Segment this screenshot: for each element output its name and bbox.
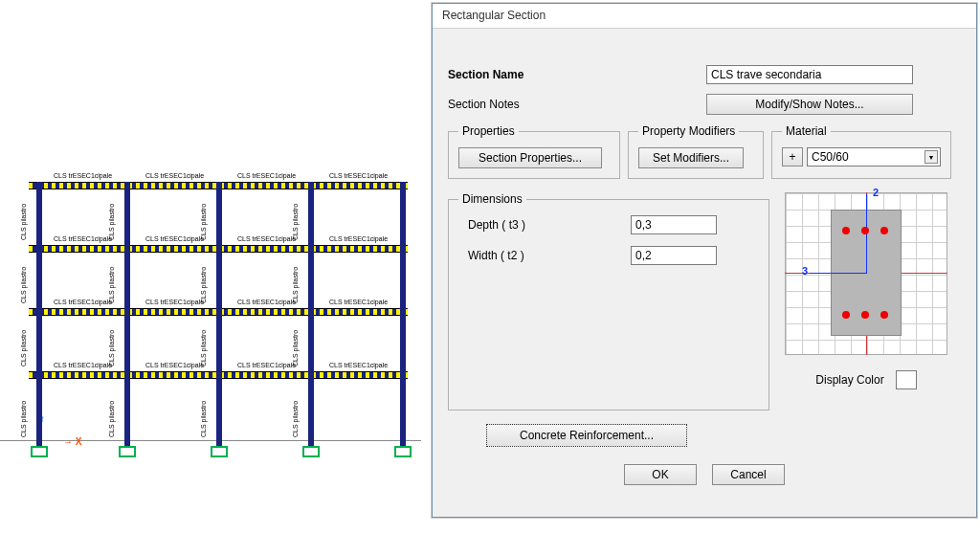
beam-label: CLS trESEC1cipale [329,172,388,179]
column-label: CLS pilastro [200,401,207,437]
rebar-icon [880,311,888,319]
column [308,182,314,446]
rebar-icon [861,311,869,319]
column-label: CLS pilastro [108,204,115,240]
column-label: CLS pilastro [292,204,299,240]
column-label: CLS pilastro [108,267,115,303]
ok-button[interactable]: OK [624,464,697,485]
beam-label: CLS trESEC1cipale [329,362,388,368]
column-label: CLS pilastro [200,204,207,240]
column-label: CLS pilastro [20,267,27,303]
material-group: Material + C50/60 ▼ [771,124,951,179]
section-name-input[interactable] [706,65,913,84]
width-label: Width ( t2 ) [458,249,631,262]
structural-frame: CLS trESEC1cipale CLS trESEC1cipale CLS … [29,182,412,459]
material-dropdown[interactable]: C50/60 ▼ [807,147,941,167]
model-viewport: → X ↑ CLS trESEC1cipale CLS trESEC1cipal… [0,0,980,533]
support [302,446,320,457]
column-label: CLS pilastro [200,330,207,366]
dialog-title: Rectangular Section [433,4,976,29]
rectangular-section-dialog: Rectangular Section Section Name Section… [432,3,977,518]
beam-label: CLS trESEC1cipale [145,299,204,305]
beam-label: CLS trESEC1cipale [237,172,296,179]
depth-label: Depth ( t3 ) [458,218,631,232]
preview-axis-3 [810,273,867,274]
support [31,446,48,457]
display-color-label: Display Color [815,373,883,387]
section-preview: 2 3 [785,192,947,355]
column-label: CLS pilastro [20,330,27,366]
set-modifiers-button[interactable]: Set Modifiers... [638,147,744,168]
column-label: CLS pilastro [200,267,207,303]
beam-label: CLS trESEC1cipale [145,172,204,179]
column [216,182,222,446]
rebar-icon [880,227,888,234]
section-name-label: Section Name [448,68,706,81]
column-label: CLS pilastro [108,330,115,366]
dimensions-group: Dimensions Depth ( t3 ) Width ( t2 ) [448,192,769,411]
material-value: C50/60 [812,150,849,164]
beam-label: CLS trESEC1cipale [237,235,296,242]
support [394,446,412,457]
width-input[interactable] [631,246,717,265]
support [119,446,136,457]
modify-show-notes-button[interactable]: Modify/Show Notes... [706,94,913,115]
column [36,182,42,446]
beam-label: CLS trESEC1cipale [54,299,112,305]
column [124,182,130,446]
column-label: CLS pilastro [292,330,299,366]
preview-panel: 2 3 Display Color [785,192,947,411]
beam-label: CLS trESEC1cipale [329,235,388,242]
rebar-icon [842,311,850,319]
display-color-swatch[interactable] [896,370,917,389]
properties-legend: Properties [458,124,519,138]
column-label: CLS pilastro [108,401,115,437]
column [400,182,406,446]
beam-label: CLS trESEC1cipale [54,362,112,368]
support [211,446,228,457]
rebar-icon [861,227,869,234]
properties-group: Properties Section Properties... [448,124,620,179]
column-label: CLS pilastro [292,401,299,437]
beam-label: CLS trESEC1cipale [329,299,388,305]
column-label: CLS pilastro [20,204,27,240]
section-notes-label: Section Notes [448,98,706,111]
concrete-reinforcement-button[interactable]: Concrete Reinforcement... [486,424,687,447]
dimensions-legend: Dimensions [458,192,526,206]
material-add-button[interactable]: + [782,147,803,167]
beam-label: CLS trESEC1cipale [54,235,112,242]
beam-label: CLS trESEC1cipale [54,172,112,179]
beam-label: CLS trESEC1cipale [237,299,296,305]
beam-label: CLS trESEC1cipale [145,362,204,368]
material-legend: Material [782,124,831,138]
beam-label: CLS trESEC1cipale [145,235,204,242]
axis-3-label: 3 [802,265,808,277]
property-modifiers-group: Property Modifiers Set Modifiers... [628,124,764,179]
modifiers-legend: Property Modifiers [638,124,739,138]
column-label: CLS pilastro [20,401,27,437]
axis-2-label: 2 [873,187,879,198]
column-label: CLS pilastro [292,267,299,303]
cancel-button[interactable]: Cancel [712,464,785,485]
rebar-icon [842,227,850,234]
section-properties-button[interactable]: Section Properties... [458,147,602,168]
chevron-down-icon: ▼ [924,150,938,164]
beam-label: CLS trESEC1cipale [237,362,296,368]
depth-input[interactable] [631,215,717,234]
